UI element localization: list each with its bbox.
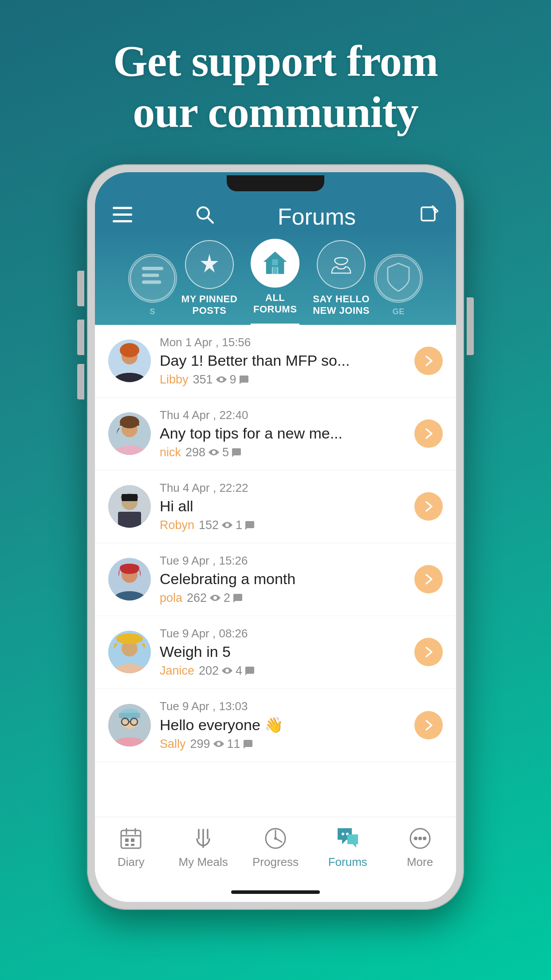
category-item-partial-left[interactable]: S xyxy=(137,254,168,325)
nav-item-more[interactable]: More xyxy=(384,824,456,869)
nav-item-diary[interactable]: Diary xyxy=(95,824,167,869)
post-stats-2: 298 5 xyxy=(185,446,242,459)
nav-label-my-meals: My Meals xyxy=(179,855,228,869)
post-arrow-4[interactable] xyxy=(414,565,443,593)
category-item-partial-right[interactable]: GE xyxy=(383,254,414,325)
post-arrow-1[interactable] xyxy=(414,347,443,375)
post-title-2: Any top tips for a new me... xyxy=(160,425,405,442)
post-title-6: Hello everyone 👋 xyxy=(160,716,405,734)
diary-icon xyxy=(117,824,145,853)
headline: Get support from our community xyxy=(113,36,438,138)
post-time-2: Thu 4 Apr , 22:40 xyxy=(160,408,405,422)
post-content-6: Tue 9 Apr , 13:03 Hello everyone 👋 Sally… xyxy=(160,699,405,751)
category-icon-say-hello xyxy=(317,240,366,289)
post-title-4: Celebrating a month xyxy=(160,570,405,588)
category-label-pinned: MY PINNEDPOSTS xyxy=(181,293,237,317)
post-arrow-2[interactable] xyxy=(414,419,443,448)
avatar-3 xyxy=(108,485,151,528)
nav-item-forums[interactable]: Forums xyxy=(311,824,384,869)
svg-point-49 xyxy=(342,833,344,835)
svg-rect-43 xyxy=(131,844,134,846)
notch-bar xyxy=(95,172,456,194)
svg-point-7 xyxy=(130,256,175,300)
post-time-4: Tue 9 Apr , 15:26 xyxy=(160,554,405,568)
svg-rect-5 xyxy=(421,207,435,221)
app-header: Forums xyxy=(95,194,456,230)
forums-icon xyxy=(334,824,362,853)
forum-post-3[interactable]: Thu 4 Apr , 22:22 Hi all Robyn 152 1 xyxy=(95,470,456,543)
post-stats-4: 262 2 xyxy=(187,591,243,605)
post-content-4: Tue 9 Apr , 15:26 Celebrating a month po… xyxy=(160,554,405,605)
forum-post-4[interactable]: Tue 9 Apr , 15:26 Celebrating a month po… xyxy=(95,543,456,616)
nav-label-progress: Progress xyxy=(252,855,299,869)
menu-icon[interactable] xyxy=(113,207,132,227)
forum-post-6[interactable]: Tue 9 Apr , 13:03 Hello everyone 👋 Sally… xyxy=(95,689,456,762)
post-content-2: Thu 4 Apr , 22:40 Any top tips for a new… xyxy=(160,408,405,459)
nav-label-more: More xyxy=(407,855,433,869)
category-item-pinned[interactable]: MY PINNEDPOSTS xyxy=(181,240,237,325)
forum-post-5[interactable]: Tue 9 Apr , 08:26 Weigh in 5 Janice 202 … xyxy=(95,616,456,689)
post-meta-4: pola 262 2 xyxy=(160,591,405,605)
post-title-3: Hi all xyxy=(160,498,405,515)
svg-point-28 xyxy=(116,633,143,644)
post-author-5: Janice xyxy=(160,664,194,678)
post-content-5: Tue 9 Apr , 08:26 Weigh in 5 Janice 202 … xyxy=(160,627,405,678)
svg-rect-23 xyxy=(122,494,138,501)
nav-item-progress[interactable]: Progress xyxy=(240,824,312,869)
post-author-2: nick xyxy=(160,446,181,459)
phone-frame: Forums xyxy=(87,164,464,910)
svg-rect-2 xyxy=(113,220,132,222)
nav-label-diary: Diary xyxy=(118,855,145,869)
more-icon xyxy=(406,824,434,853)
post-author-4: pola xyxy=(160,591,182,605)
post-arrow-5[interactable] xyxy=(414,638,443,666)
headline-line2: our community xyxy=(133,87,418,137)
svg-rect-8 xyxy=(142,267,163,270)
forum-post-1[interactable]: Mon 1 Apr , 15:56 Day 1! Better than MFP… xyxy=(95,325,456,398)
category-icon-pinned xyxy=(185,240,234,289)
svg-rect-0 xyxy=(113,207,132,209)
forum-list: Mon 1 Apr , 15:56 Day 1! Better than MFP… xyxy=(95,325,456,817)
post-stats-5: 202 4 xyxy=(199,664,255,678)
category-item-say-hello[interactable]: SAY HELLONEW JOINS xyxy=(313,240,370,325)
category-icon-partial-right xyxy=(374,254,423,303)
category-bar: S MY PINNEDPOSTS xyxy=(95,230,456,325)
bottom-nav: Diary My Meals xyxy=(95,817,456,882)
svg-rect-42 xyxy=(125,844,129,846)
svg-rect-9 xyxy=(142,274,159,277)
post-title-5: Weigh in 5 xyxy=(160,643,405,660)
category-label-partial-right: GE xyxy=(393,307,405,317)
category-icon-all-forums xyxy=(251,239,299,288)
post-arrow-3[interactable] xyxy=(414,492,443,521)
category-label-say-hello: SAY HELLONEW JOINS xyxy=(313,293,370,317)
forum-post-2[interactable]: Thu 4 Apr , 22:40 Any top tips for a new… xyxy=(95,398,456,470)
svg-point-54 xyxy=(423,837,426,840)
nav-item-my-meals[interactable]: My Meals xyxy=(167,824,240,869)
category-icon-partial-left xyxy=(128,254,177,303)
post-meta-1: Libby 351 9 xyxy=(160,373,405,387)
progress-icon xyxy=(261,824,290,853)
avatar-2 xyxy=(108,412,151,455)
headline-line1: Get support from xyxy=(113,36,438,86)
category-item-all-forums[interactable]: ALLFORUMS xyxy=(251,239,299,325)
search-icon[interactable] xyxy=(196,206,214,228)
post-arrow-6[interactable] xyxy=(414,711,443,739)
post-stats-1: 351 9 xyxy=(193,373,249,387)
avatar-4 xyxy=(108,558,151,601)
category-label-partial-left: S xyxy=(150,307,156,317)
svg-rect-10 xyxy=(142,281,161,284)
post-meta-5: Janice 202 4 xyxy=(160,664,405,678)
svg-rect-32 xyxy=(119,713,140,718)
compose-icon[interactable] xyxy=(420,205,438,228)
post-author-1: Libby xyxy=(160,373,189,387)
svg-rect-1 xyxy=(113,213,132,216)
post-time-5: Tue 9 Apr , 08:26 xyxy=(160,627,405,640)
post-meta-6: Sally 299 11 xyxy=(160,737,405,751)
post-meta-2: nick 298 5 xyxy=(160,446,405,459)
avatar-6 xyxy=(108,704,151,747)
notch xyxy=(227,175,324,191)
post-content-3: Thu 4 Apr , 22:22 Hi all Robyn 152 1 xyxy=(160,481,405,532)
post-content-1: Mon 1 Apr , 15:56 Day 1! Better than MFP… xyxy=(160,336,405,387)
post-author-6: Sally xyxy=(160,737,186,751)
post-time-6: Tue 9 Apr , 13:03 xyxy=(160,699,405,713)
